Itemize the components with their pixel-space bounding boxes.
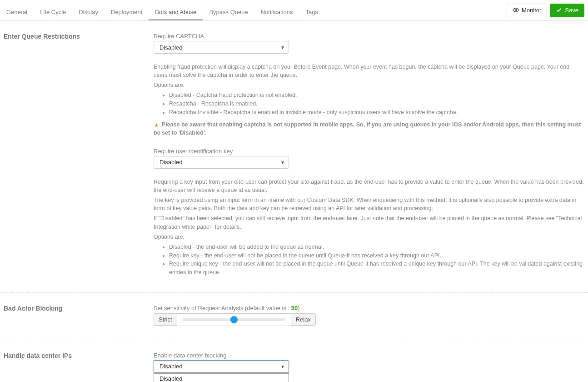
tab-tags[interactable]: Tags xyxy=(299,3,324,20)
section-title: Handle data center IPs xyxy=(4,352,154,382)
userkey-help-3: If "Disabled" has been selected, you can… xyxy=(154,214,584,231)
section-enter-queue-restrictions: Enter Queue Restrictions Require CAPTCHA… xyxy=(0,21,588,293)
svg-point-0 xyxy=(515,9,517,11)
userkey-select[interactable]: Disabled ▼ xyxy=(154,156,289,169)
monitor-button[interactable]: Monitor xyxy=(507,4,547,17)
userkey-help-1: Requiring a key input from your end-user… xyxy=(154,178,584,194)
section-handle-datacenter-ips: Handle data center IPs Enable data cente… xyxy=(0,340,588,382)
datacenter-dropdown-popup: Disabled Soft-block Hard-block xyxy=(154,373,289,382)
chevron-down-icon: ▼ xyxy=(280,45,285,50)
userkey-select-value: Disabled xyxy=(159,159,183,166)
captcha-help-intro: Enabling fraud protection will display a… xyxy=(154,63,584,79)
tabs-container: General Life Cycle Display Deployment Bo… xyxy=(0,0,324,20)
datacenter-select[interactable]: Disabled ▼ xyxy=(154,360,289,373)
section-bad-actor-blocking: Bad Actor Blocking Set sensitivity of Re… xyxy=(0,293,588,340)
list-item: Require unique key - the end-user will n… xyxy=(169,260,584,277)
chevron-down-icon: ▼ xyxy=(280,364,285,369)
slider-thumb[interactable] xyxy=(230,316,238,323)
captcha-select[interactable]: Disabled ▼ xyxy=(154,41,289,54)
section-title: Bad Actor Blocking xyxy=(4,305,154,326)
captcha-warning-text: Please be aware that enabling captcha is… xyxy=(154,121,581,136)
captcha-options-label: Options are: xyxy=(154,81,584,89)
list-item: Disabled - Captcha fraud protection is n… xyxy=(169,91,584,100)
tab-bypass-queue[interactable]: Bypass Queue xyxy=(203,3,254,20)
chevron-down-icon: ▼ xyxy=(280,160,285,165)
tab-general[interactable]: General xyxy=(0,3,34,20)
eye-icon xyxy=(513,7,519,14)
relax-button[interactable]: Relax xyxy=(291,313,316,326)
datacenter-select-value: Disabled xyxy=(159,363,183,370)
tab-display[interactable]: Display xyxy=(72,3,105,20)
warning-icon: ▲ xyxy=(154,121,159,128)
captcha-warning: ▲ Please be aware that enabling captcha … xyxy=(154,121,584,137)
userkey-label: Require user identification key xyxy=(154,148,584,155)
list-item: Recaptcha Invisible - Recaptcha is enabl… xyxy=(169,108,584,117)
monitor-button-label: Monitor xyxy=(522,7,541,13)
tab-notifications[interactable]: Notifications xyxy=(254,3,299,20)
datacenter-label: Enable data center blocking xyxy=(154,352,584,359)
save-button[interactable]: Save xyxy=(550,4,584,17)
strict-button[interactable]: Strict xyxy=(154,313,177,326)
tab-deployment[interactable]: Deployment xyxy=(105,3,149,20)
list-item: Disabled - the end-user will be added to… xyxy=(169,243,584,251)
sensitivity-slider[interactable] xyxy=(177,313,291,326)
list-item: Require key - the end-user will not be p… xyxy=(169,251,584,260)
tab-life-cycle[interactable]: Life Cycle xyxy=(34,3,72,20)
list-item: Recaptcha - Recaptcha is enabled. xyxy=(169,100,584,108)
captcha-options-list: Disabled - Captcha fraud protection is n… xyxy=(169,91,584,116)
userkey-options-list: Disabled - the end-user will be added to… xyxy=(169,243,584,277)
captcha-select-value: Disabled xyxy=(159,44,183,51)
userkey-options-label: Options are: xyxy=(154,233,584,241)
section-title: Enter Queue Restrictions xyxy=(4,33,154,279)
sensitivity-label: Set sensitivity of Request Analysis (def… xyxy=(154,305,584,312)
sensitivity-default-value: 50 xyxy=(291,305,298,312)
tab-bots-and-abuse[interactable]: Bots and Abuse xyxy=(149,3,203,20)
captcha-label: Require CAPTCHA xyxy=(154,33,584,40)
check-icon xyxy=(556,7,562,14)
save-button-label: Save xyxy=(565,7,578,13)
userkey-help-2: The key is provided using an input form … xyxy=(154,196,584,212)
datacenter-option-disabled[interactable]: Disabled xyxy=(154,374,289,382)
